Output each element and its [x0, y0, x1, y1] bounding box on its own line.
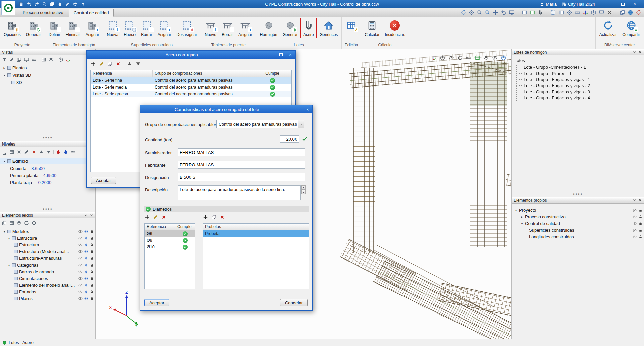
redo-icon[interactable]: [34, 2, 39, 7]
eye-icon[interactable]: [78, 283, 83, 287]
lock-icon[interactable]: [90, 296, 94, 301]
level-row-planta-baja[interactable]: Planta baja -0.2000: [0, 179, 95, 186]
niveles-panel-header[interactable]: Niveles: [0, 141, 95, 147]
level-down-icon[interactable]: [46, 149, 51, 155]
zoom-extents-icon[interactable]: [469, 10, 474, 15]
tree-item-control-de-calidad[interactable]: ▾ Control de calidad: [512, 220, 644, 227]
eye-off-icon[interactable]: [633, 208, 637, 212]
eye-off-icon[interactable]: [633, 221, 637, 226]
cancel-tool-icon[interactable]: [607, 10, 612, 15]
designacion-input[interactable]: [178, 173, 305, 181]
mesh-table-icon[interactable]: [530, 10, 535, 15]
bimserver-globe-icon[interactable]: [628, 10, 633, 15]
snap-grid-icon[interactable]: [558, 10, 564, 15]
diametro-row-10[interactable]: Ø10: [145, 244, 195, 250]
eye-icon[interactable]: [78, 276, 83, 281]
table-row-serie-media[interactable]: Lote - Serie media Control del acero par…: [91, 84, 291, 91]
tab-proceso-constructivo[interactable]: Proceso constructivo: [18, 9, 68, 17]
definir-button[interactable]: Definir: [46, 18, 63, 38]
generar-proyecto-button[interactable]: Generar: [23, 18, 44, 38]
scroll-up-button[interactable]: ▲: [301, 185, 306, 190]
orbit-icon[interactable]: [461, 10, 466, 15]
eliminar-button[interactable]: Eliminar: [63, 18, 83, 38]
panel-splitter[interactable]: ●●●●: [512, 192, 644, 196]
hueco-button[interactable]: Hueco: [121, 18, 138, 38]
level-edit-icon[interactable]: [24, 149, 29, 155]
edit-icon[interactable]: [99, 61, 104, 67]
box-icon[interactable]: [440, 55, 445, 61]
asignar-superficie-button[interactable]: Asignar: [155, 18, 174, 38]
cype-logo[interactable]: [1, 1, 15, 15]
lot-row-pilares[interactable]: Lote - Grupo - Pilares - 1: [517, 70, 644, 76]
measure-icon[interactable]: [575, 10, 580, 15]
move-up-icon[interactable]: [127, 61, 132, 67]
measure-view-icon[interactable]: [466, 55, 472, 61]
close-button[interactable]: ×: [629, 1, 641, 8]
undo-icon[interactable]: [26, 2, 32, 7]
dialog-maximize-button[interactable]: [276, 51, 286, 58]
delete-diametro-icon[interactable]: [161, 214, 167, 220]
lock-icon[interactable]: [90, 229, 94, 234]
lock-icon[interactable]: [90, 236, 94, 240]
fabricante-input[interactable]: [178, 161, 305, 169]
gear-icon[interactable]: [84, 290, 88, 294]
tree-item-superficies-construidas[interactable]: Superficies construidas: [512, 227, 644, 233]
lotes-hormigon-panel-header[interactable]: Lotes de hormigón: [512, 49, 644, 55]
nuevo-tablero-button[interactable]: Nuevo: [202, 18, 219, 38]
lotes-hormigon-button[interactable]: Hormigón: [257, 18, 280, 38]
tab-control-de-calidad[interactable]: Control de calidad: [69, 9, 114, 17]
lot-row-forjados-2[interactable]: Lote - Grupo - Forjados y vigas - 2: [517, 82, 644, 89]
split-view-icon[interactable]: [620, 10, 625, 15]
view-layers-icon[interactable]: [48, 57, 54, 62]
desasignar-superficie-button[interactable]: Desasignar: [174, 18, 200, 38]
tree-item-edificio[interactable]: ▾ Edificio: [0, 158, 95, 164]
minimize-button[interactable]: —: [605, 1, 616, 8]
lock-icon[interactable]: [90, 283, 94, 287]
tree-root-lotes[interactable]: Lotes: [512, 57, 644, 64]
tree-item-estructura[interactable]: ▾ Estructura: [0, 235, 95, 241]
sync-status-icon[interactable]: [636, 10, 641, 15]
dialog-close-button[interactable]: ×: [286, 51, 295, 58]
dialog-title-bar[interactable]: Acero corrugado ×: [87, 51, 295, 59]
gear-icon[interactable]: [84, 229, 88, 234]
aceptar-button[interactable]: Aceptar: [144, 299, 169, 306]
view-3d-icon[interactable]: [65, 57, 71, 62]
copy-probeta-icon[interactable]: [211, 214, 217, 220]
delete-icon[interactable]: [115, 61, 121, 67]
tree-item-estructura-modelo[interactable]: Estructura (Modelo anal...: [0, 248, 95, 255]
axes-icon[interactable]: [583, 10, 588, 15]
lock-icon[interactable]: [90, 243, 94, 247]
tree-item-vistas-3d[interactable]: ▾ Vistas 3D: [0, 72, 95, 78]
chevron-down-icon[interactable]: [633, 198, 636, 202]
level-delete-icon[interactable]: [31, 149, 37, 155]
tree-item-categorias[interactable]: ▾ Categorías: [0, 262, 95, 268]
filter-menu-icon[interactable]: [80, 2, 86, 7]
orbit-view-icon[interactable]: [457, 55, 463, 61]
rows-icon[interactable]: [16, 220, 22, 226]
descripcion-textarea[interactable]: Lote de acero para armaduras pasivas de …: [178, 185, 301, 200]
opciones-button[interactable]: Opciones: [1, 18, 23, 38]
diametro-row-6[interactable]: Ø6: [145, 230, 195, 237]
lock-icon[interactable]: [90, 263, 94, 267]
zoom-realtime-icon[interactable]: [485, 10, 490, 15]
info-icon[interactable]: [31, 220, 37, 226]
tree-item-proyecto[interactable]: ▾ Proyecto: [512, 207, 644, 213]
view-cube-icon[interactable]: [58, 57, 63, 62]
close-panel-icon[interactable]: [638, 50, 642, 54]
level-settings-icon[interactable]: [16, 149, 22, 155]
panel-splitter[interactable]: ●●●●: [0, 207, 95, 211]
grid-table-icon[interactable]: [522, 10, 527, 15]
nueva-superficie-button[interactable]: Nueva: [104, 18, 121, 38]
gear-icon[interactable]: [84, 296, 88, 301]
eye-icon[interactable]: [78, 270, 83, 274]
close-panel-icon[interactable]: [638, 198, 642, 202]
gear-icon[interactable]: [84, 283, 88, 287]
sync-icon[interactable]: [24, 220, 29, 226]
previous-view-icon[interactable]: [501, 10, 506, 15]
paint-blue-icon[interactable]: [63, 149, 68, 155]
layers-icon[interactable]: [73, 2, 78, 7]
calcular-button[interactable]: Calcular: [362, 18, 382, 38]
view-ruler-icon[interactable]: [31, 57, 37, 62]
eye-off-icon[interactable]: [633, 228, 637, 232]
lot-row-forjados-4[interactable]: Lote - Grupo - Forjados y vigas - 4: [517, 95, 644, 101]
